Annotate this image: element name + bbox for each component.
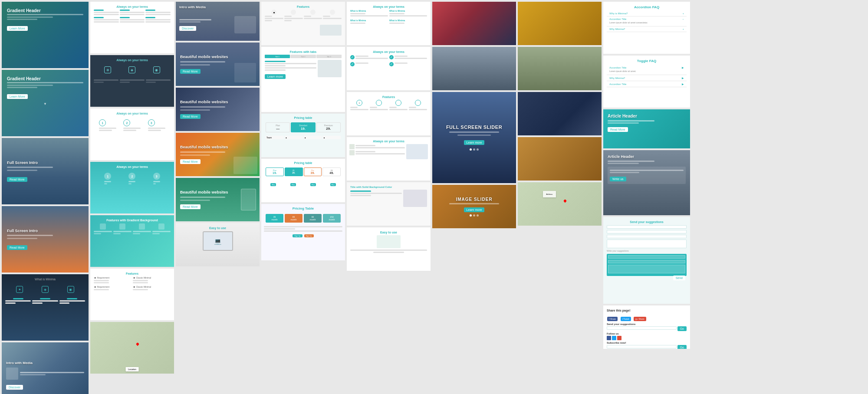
thumb-label: Pricing table bbox=[264, 161, 342, 164]
subscribe-label: Subscribe now! bbox=[607, 341, 687, 344]
tab-2: Tab 2 bbox=[290, 55, 316, 58]
thumbnail-photo-city[interactable] bbox=[518, 92, 602, 135]
mini-button: Learn More bbox=[7, 94, 28, 99]
thumbnail-accordion-faq[interactable]: Accordion FAQ Why is Minima? + Accordion… bbox=[603, 2, 690, 54]
column-5: Always on your terms What is Minima What… bbox=[347, 2, 431, 271]
thumb-label: Title with Solid Background Color bbox=[350, 186, 427, 188]
thumbnail-intro-mobile[interactable]: Beautiful mobile websites Read More bbox=[176, 178, 260, 221]
thumb-title: Gradient Header bbox=[7, 8, 83, 13]
thumb-label: Always on your terms bbox=[94, 5, 171, 8]
thumbnail-contact-form[interactable]: Send your suggestions Write your suggest… bbox=[603, 217, 690, 304]
thumbnail-toggle-faq[interactable]: Toggle FAQ Accordion Title ▶ Lorem ipsum… bbox=[603, 56, 690, 108]
thumbnail-article-header-photo[interactable]: Article Header Write us bbox=[603, 150, 690, 215]
accordion-icon: − bbox=[682, 18, 684, 20]
thumbnail-intro-media-1[interactable]: Intro with Media Discover bbox=[2, 342, 89, 394]
thumbnail-gradient-header-2[interactable]: Gradient Header Learn More ▼ bbox=[2, 70, 89, 136]
thumb-title: Gradient Header bbox=[7, 76, 83, 81]
price-col-3: Pro 39. bbox=[304, 167, 322, 176]
icon bbox=[100, 223, 106, 230]
thumbnail-intro-top[interactable]: Intro with Media Discover bbox=[176, 2, 260, 41]
thumbnail-intro-hero-1[interactable]: Beautiful mobile websites Read More bbox=[176, 43, 260, 86]
thumbnail-features-white[interactable]: Features ◾ Requirement ◾ Classic Minimal bbox=[90, 269, 174, 320]
thumbnail-photo-gold[interactable] bbox=[518, 2, 602, 45]
thumbnail-features-grid[interactable]: Always on your terms bbox=[347, 137, 431, 181]
thumbnail-fullscreen-intro-1[interactable]: Full Screen Intro Read More bbox=[2, 138, 89, 204]
thumbnail-photo-build[interactable] bbox=[432, 47, 516, 90]
thumbnail-pricing-1[interactable]: Pricing table Plan — Standart 19. Premiu… bbox=[261, 114, 345, 157]
thumbnail-photo-red[interactable] bbox=[432, 2, 516, 45]
column-2: Always on your terms bbox=[90, 2, 174, 374]
article-title: Article Header bbox=[608, 154, 686, 159]
mini-button: Sign Up bbox=[293, 234, 302, 237]
follow-us-label: Follow us bbox=[607, 332, 687, 335]
fb-icon bbox=[607, 336, 611, 340]
thumb-title: Full Screen Intro bbox=[7, 229, 83, 233]
column-7: Address bbox=[518, 2, 602, 226]
price-col-featured: Standart 19. bbox=[291, 122, 315, 132]
email-field bbox=[607, 345, 677, 348]
toggle-question: Accordion Title bbox=[609, 83, 626, 85]
article-title: Article Header bbox=[608, 114, 686, 118]
toggle-icon: ▶ bbox=[682, 66, 684, 69]
thumbnail-laptop[interactable]: Easy to use 💻 bbox=[176, 223, 260, 266]
mini-button: Learn More bbox=[7, 26, 28, 31]
google-share[interactable]: g+ Share bbox=[634, 317, 646, 321]
mini-button: Write us bbox=[610, 177, 626, 181]
tw-icon bbox=[612, 336, 616, 340]
thumbnail-photo-build2[interactable] bbox=[518, 47, 602, 90]
thumb-title: Beautiful mobile websites bbox=[180, 100, 255, 105]
thumb-label: Features with Gradient Background bbox=[94, 219, 171, 222]
thumb-label: Easy to use bbox=[179, 227, 256, 230]
thumb-label: Always on your terms bbox=[350, 5, 427, 8]
thumbnail-gradient-header-1[interactable]: Gradient Header Learn More bbox=[2, 2, 89, 68]
dot-1 bbox=[470, 214, 472, 217]
price-col-1: Plan 19. bbox=[266, 167, 284, 176]
mini-button: Buy bbox=[290, 183, 296, 186]
thumbnail-features-rows-1[interactable]: Always on your terms bbox=[90, 2, 174, 53]
thumbnail-full-screen-slider[interactable]: FULL SCREEN SLIDER Learn more bbox=[432, 92, 516, 183]
thumbnail-features-dark[interactable]: What is Minima ✦ ◈ ◉ bbox=[2, 274, 89, 341]
thumbnail-intro-green[interactable]: Beautiful mobile websites Read More bbox=[176, 133, 260, 176]
thumbnail-steps-white[interactable]: Always on your terms 1 2 3 bbox=[90, 108, 174, 160]
thumbnail-image-slider[interactable]: IMAGE SLIDER Learn more bbox=[432, 185, 516, 228]
thumb-title: Beautiful mobile websites bbox=[180, 55, 255, 59]
form-field-teal bbox=[608, 255, 685, 259]
map-label: Address bbox=[543, 191, 556, 197]
mini-button: Discover bbox=[6, 385, 23, 390]
thumbnail-always-2[interactable]: Always on your terms ✓ ✓ ✓ bbox=[347, 47, 431, 90]
thumbnail-steps-teal[interactable]: Always on your terms 1 2 3 bbox=[90, 162, 174, 213]
slider-dots bbox=[470, 214, 479, 217]
mini-button: Buy bbox=[270, 183, 276, 186]
thumbnail-map[interactable]: Location bbox=[90, 322, 174, 374]
accordion-icon: + bbox=[682, 12, 684, 15]
accordion-question: Accordion Title bbox=[609, 18, 626, 20]
thumbnail-pricing-2[interactable]: Pricing table Plan 19. 29. 29. Pro 39. bbox=[261, 159, 345, 202]
toggle-item-3: Accordion Title ▶ bbox=[607, 81, 687, 87]
thumbnail-title-solid[interactable]: Title with Solid Background Color bbox=[347, 182, 431, 226]
column-6: FULL SCREEN SLIDER Learn more IMAGE SLID… bbox=[432, 2, 516, 228]
price-col-1: 35 month bbox=[266, 214, 283, 223]
thumbnail-photo-build3[interactable] bbox=[518, 137, 602, 181]
thumbnail-always-1[interactable]: Always on your terms What is Minima What… bbox=[347, 2, 431, 45]
thumb-label: Features bbox=[350, 95, 427, 98]
thumbnail-pricing-3[interactable]: Pricing Table 35 month 65 month 90 month bbox=[261, 204, 345, 260]
thumbnail-share[interactable]: Share this page! f Share t Tweet g+ Shar… bbox=[603, 305, 690, 349]
form-field-3 bbox=[607, 235, 687, 238]
thumbnail-stats[interactable]: Easy to use bbox=[347, 227, 431, 271]
facebook-share[interactable]: f Share bbox=[607, 317, 618, 321]
thumbnail-features-top[interactable]: Features ● bbox=[261, 2, 345, 45]
thumbnail-article-header-teal[interactable]: Article Header Read More bbox=[603, 109, 690, 148]
mini-button: Read More bbox=[180, 69, 201, 74]
thumbnail-features-gradient[interactable]: Features with Gradient Background bbox=[90, 215, 174, 267]
icon-3: ◉ bbox=[67, 286, 74, 293]
twitter-share[interactable]: t Tweet bbox=[621, 317, 631, 321]
thumbnail-map-2[interactable]: Address bbox=[518, 182, 602, 226]
thumbnail-features-3[interactable]: Features ◦ bbox=[347, 92, 431, 135]
thumbnail-intro-hero-2[interactable]: Beautiful mobile websites Read More bbox=[176, 88, 260, 131]
thumbnail-features-tabs[interactable]: Features with tabs Tab 1 Tab 2 Tab 3 Lea… bbox=[261, 47, 345, 112]
mini-button: Read More bbox=[180, 114, 201, 119]
thumbnail-fullscreen-intro-2[interactable]: Full Screen Intro Read More bbox=[2, 206, 89, 273]
thumbnail-dark-icons[interactable]: Always on your terms ⊕ ◈ ◉ bbox=[90, 55, 174, 107]
map-pin-2 bbox=[563, 199, 567, 203]
thumb-label: Always on your terms bbox=[94, 165, 171, 168]
